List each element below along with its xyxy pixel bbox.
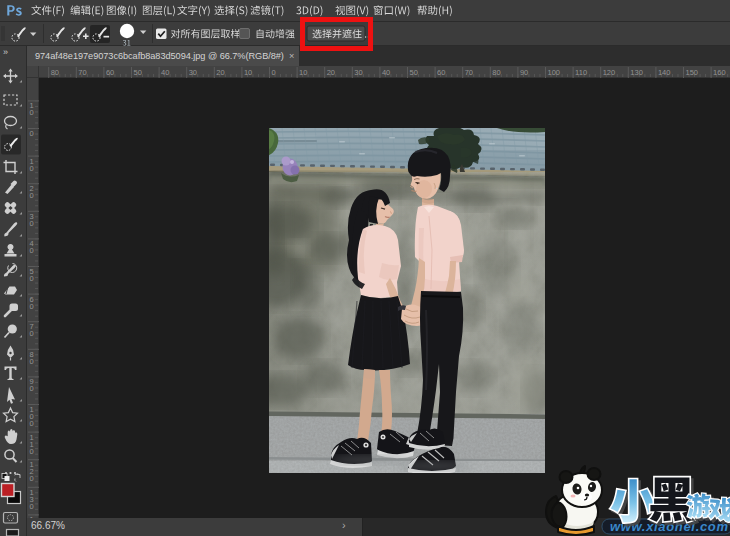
- svg-text:0: 0: [30, 329, 34, 338]
- svg-text:20: 20: [216, 68, 224, 77]
- svg-text:120: 120: [603, 68, 616, 77]
- svg-text:0: 0: [30, 447, 34, 456]
- svg-text:150: 150: [686, 68, 699, 77]
- svg-text:0: 0: [30, 219, 34, 228]
- svg-text:0: 0: [272, 68, 276, 77]
- svg-text:100: 100: [548, 68, 561, 77]
- svg-text:10: 10: [244, 68, 252, 77]
- svg-text:0: 0: [30, 302, 34, 311]
- svg-text:0: 0: [30, 191, 34, 200]
- svg-text:0: 0: [30, 164, 34, 173]
- svg-text:0: 0: [30, 474, 34, 483]
- svg-text:60: 60: [437, 68, 445, 77]
- svg-text:0: 0: [30, 419, 34, 428]
- svg-text:40: 40: [382, 68, 390, 77]
- svg-text:10: 10: [299, 68, 307, 77]
- svg-text:30: 30: [354, 68, 362, 77]
- svg-text:60: 60: [106, 68, 114, 77]
- svg-text:70: 70: [78, 68, 86, 77]
- svg-text:0: 0: [30, 246, 34, 255]
- svg-text:50: 50: [410, 68, 418, 77]
- svg-text:160: 160: [713, 68, 726, 77]
- svg-text:»: »: [3, 47, 8, 57]
- svg-text:0: 0: [30, 502, 34, 511]
- svg-text:90: 90: [520, 68, 528, 77]
- svg-text:140: 140: [658, 68, 671, 77]
- svg-text:70: 70: [465, 68, 473, 77]
- svg-text:0: 0: [30, 384, 34, 393]
- svg-text:110: 110: [575, 68, 587, 77]
- svg-text:0: 0: [30, 108, 34, 117]
- svg-text:0: 0: [30, 357, 34, 366]
- svg-text:50: 50: [134, 68, 142, 77]
- svg-text:130: 130: [630, 68, 643, 77]
- svg-text:0: 0: [30, 274, 34, 283]
- svg-text:0: 0: [30, 129, 34, 138]
- svg-text:80: 80: [492, 68, 500, 77]
- svg-text:80: 80: [51, 68, 59, 77]
- svg-text:30: 30: [189, 68, 197, 77]
- svg-text:40: 40: [161, 68, 169, 77]
- svg-text:20: 20: [327, 68, 335, 77]
